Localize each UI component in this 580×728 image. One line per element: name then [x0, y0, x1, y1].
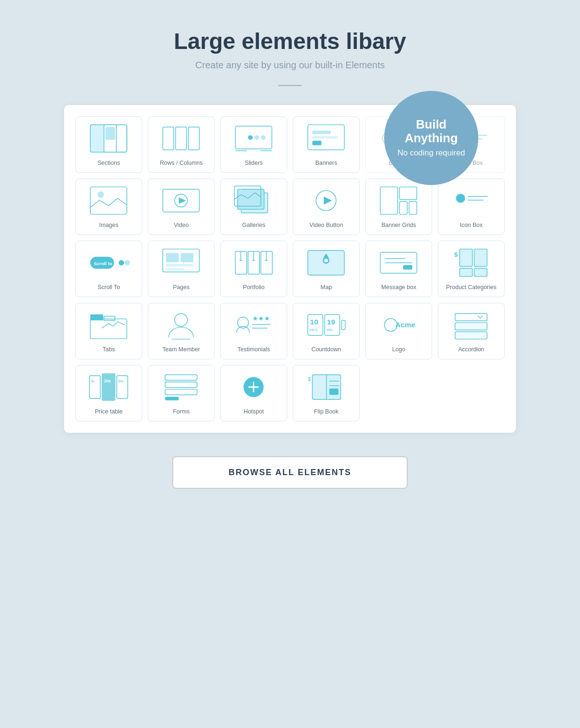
element-banner-grids[interactable]: Banner Grids [365, 178, 432, 235]
element-accordion[interactable]: Accordion [438, 303, 505, 359]
element-sections[interactable]: Sections [75, 116, 142, 173]
svg-marker-29 [179, 197, 186, 204]
divider [278, 85, 302, 86]
testimonials-icon: ★ ★ ★ [225, 308, 283, 342]
svg-rect-18 [313, 136, 338, 138]
svg-rect-7 [163, 127, 174, 150]
svg-rect-72 [90, 319, 127, 339]
svg-rect-73 [90, 315, 103, 321]
images-icon [80, 184, 138, 218]
svg-point-12 [255, 135, 259, 140]
pages-label: Pages [173, 283, 189, 291]
video-button-label: Video Button [309, 221, 343, 229]
svg-rect-69 [475, 249, 487, 267]
svg-text:★: ★ [264, 315, 270, 322]
svg-text:$: $ [308, 376, 311, 382]
svg-rect-39 [409, 202, 417, 214]
banners-icon [297, 121, 355, 155]
element-scroll-to[interactable]: Scroll to Scroll To [75, 241, 142, 297]
team-member-icon [152, 308, 210, 342]
svg-rect-70 [460, 268, 473, 276]
svg-point-13 [261, 135, 266, 140]
video-button-icon [297, 184, 355, 218]
video-icon [152, 184, 210, 218]
element-video-button[interactable]: Video Button [293, 178, 360, 235]
svg-text:MIN: MIN [327, 328, 333, 332]
product-cat-label: Product Categories [446, 283, 496, 291]
element-video[interactable]: Video [148, 178, 215, 235]
svg-rect-9 [189, 127, 200, 150]
element-tabs[interactable]: Tabs [75, 303, 142, 359]
element-iconbox-r2[interactable]: Icon Box [438, 178, 505, 235]
element-map[interactable]: Map [293, 241, 360, 297]
scroll-to-label: Scroll To [97, 283, 120, 291]
library-container: Build Anything No coding required Sectio… [64, 105, 516, 433]
flip-book-icon: $ [297, 370, 355, 404]
element-forms[interactable]: Forms [148, 365, 215, 421]
element-flip-book[interactable]: $ Flip Book [293, 365, 360, 421]
svg-rect-6 [105, 127, 115, 140]
team-member-label: Team Member [162, 346, 200, 353]
element-product-cat[interactable]: $ Product Categories [438, 241, 505, 297]
svg-rect-102 [165, 382, 197, 388]
element-countdown[interactable]: 10 DAYS 19 MIN Countdown [293, 303, 360, 359]
svg-text:$: $ [454, 251, 458, 258]
hotspot-label: Hotspot [243, 408, 264, 415]
svg-rect-37 [400, 187, 417, 200]
sections-icon [80, 121, 138, 155]
svg-text:★: ★ [258, 315, 265, 322]
element-galleries[interactable]: Galleries [220, 178, 287, 235]
element-banners[interactable]: Banners [293, 116, 360, 173]
price-table-icon: 9s 20s 39s [80, 370, 138, 404]
element-team-member[interactable]: Team Member [148, 303, 215, 359]
svg-rect-89 [342, 320, 346, 329]
svg-text:DAYS: DAYS [309, 328, 318, 332]
sliders-icon [225, 121, 283, 155]
element-portfolio[interactable]: Portfolio [220, 241, 287, 297]
testimonials-label: Testimonials [238, 346, 270, 353]
page-subtitle: Create any site by using our built-in El… [195, 60, 385, 71]
tabs-icon [80, 308, 138, 342]
message-box-label: Message box [381, 283, 416, 291]
element-testimonials[interactable]: ★ ★ ★ Testimonials [220, 303, 287, 359]
element-hotspot[interactable]: Hotspot [220, 365, 287, 421]
svg-text:39s: 39s [118, 379, 124, 383]
element-logo[interactable]: Acme Logo [365, 303, 432, 359]
svg-text:20s: 20s [104, 379, 111, 383]
sections-label: Sections [97, 159, 120, 167]
logo-icon: Acme [370, 308, 428, 342]
svg-rect-93 [455, 323, 487, 330]
iconbox-r2-label: Icon Box [460, 221, 483, 229]
svg-rect-25 [90, 187, 127, 214]
portfolio-icon [225, 246, 283, 280]
svg-text:★: ★ [252, 315, 258, 322]
svg-rect-74 [104, 316, 115, 321]
svg-point-62 [324, 259, 328, 262]
svg-rect-48 [166, 253, 179, 262]
countdown-icon: 10 DAYS 19 MIN [297, 308, 355, 342]
element-sliders[interactable]: Sliders [220, 116, 287, 173]
svg-rect-50 [166, 264, 193, 267]
svg-rect-94 [455, 332, 487, 340]
element-rows-cols[interactable]: Rows / Columns [148, 116, 215, 173]
svg-text:Scroll to: Scroll to [94, 261, 113, 266]
rows-icon [152, 121, 210, 155]
svg-point-46 [125, 260, 130, 266]
element-images[interactable]: Images [75, 178, 142, 235]
galleries-label: Galleries [242, 221, 265, 229]
build-anything-bubble: Build Anything No coding required [384, 91, 478, 185]
browse-all-button[interactable]: BROWSE ALL ELEMENTS [172, 456, 408, 489]
element-message-box[interactable]: Message box [365, 241, 432, 297]
banner-grids-label: Banner Grids [381, 221, 416, 229]
svg-rect-101 [165, 375, 197, 380]
element-price-table[interactable]: 9s 20s 39s Price table [75, 365, 142, 421]
svg-text:Acme: Acme [395, 321, 416, 329]
svg-rect-51 [166, 268, 185, 271]
map-label: Map [321, 283, 332, 291]
sliders-label: Sliders [245, 159, 263, 167]
element-pages[interactable]: Pages [148, 241, 215, 297]
forms-icon [152, 370, 210, 404]
page-title: Large elements libary [174, 28, 406, 54]
product-cat-icon: $ [442, 246, 500, 280]
pages-icon [152, 246, 210, 280]
